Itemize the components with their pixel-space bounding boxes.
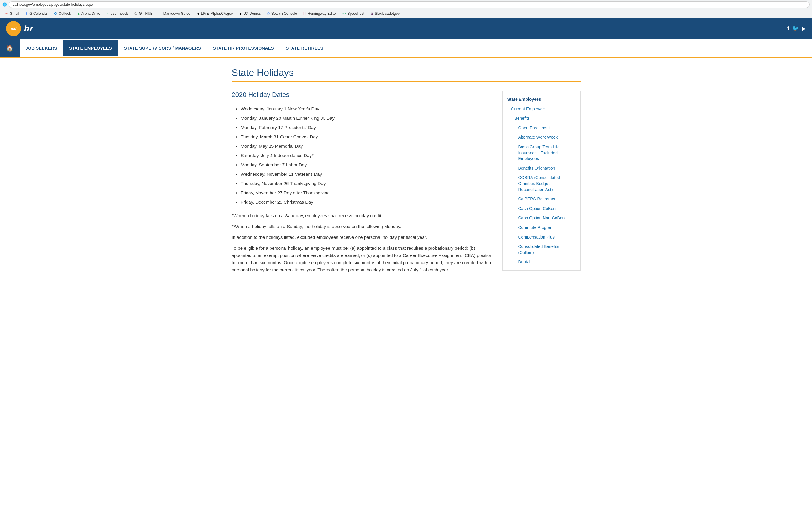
sidebar-item-current-employee[interactable]: Current Employee bbox=[503, 104, 580, 114]
note-text: **When a holiday falls on a Sunday, the … bbox=[232, 223, 493, 230]
bookmark-label-slack: Slack-cadotgov bbox=[375, 11, 400, 16]
bookmark-icon-userneeds: + bbox=[106, 11, 110, 16]
bookmark-slack[interactable]: ▦Slack-cadotgov bbox=[368, 10, 402, 17]
page-title-underline bbox=[232, 81, 581, 82]
note-text: To be eligible for a personal holiday, a… bbox=[232, 245, 493, 273]
sidebar-item-calpers[interactable]: CalPERS Retirement bbox=[503, 194, 580, 204]
holiday-item: Monday, January 20 Martin Luther King Jr… bbox=[241, 114, 493, 122]
bookmark-icon-hemingway: H bbox=[302, 11, 307, 16]
bookmark-live[interactable]: ◆LIVE- Alpha.CA.gov bbox=[194, 10, 235, 17]
bookmark-icon-live: ◆ bbox=[196, 11, 200, 16]
bookmark-icon-speedtest: <> bbox=[342, 11, 346, 16]
bookmark-label-markdown: Markdown Guide bbox=[163, 11, 191, 16]
bookmark-label-gcalendar: G Calendar bbox=[29, 11, 48, 16]
content-layout: 2020 Holiday Dates Wednesday, January 1 … bbox=[232, 91, 581, 277]
bookmark-label-userneeds: user needs bbox=[111, 11, 128, 16]
nav-item-state-employees[interactable]: STATE EMPLOYEES bbox=[63, 40, 118, 56]
bookmark-label-gmail: Gmail bbox=[10, 11, 19, 16]
page-title: State Holidays bbox=[232, 67, 581, 78]
nav-item-retirees[interactable]: STATE RETIREES bbox=[280, 40, 329, 56]
nav-item-hr-professionals[interactable]: STATE HR PROFESSIONALS bbox=[207, 40, 280, 56]
holiday-item: Wednesday, November 11 Veterans Day bbox=[241, 170, 493, 178]
holiday-item: Friday, November 27 Day after Thanksgivi… bbox=[241, 189, 493, 197]
bookmark-uxdemos[interactable]: ◆UX Demos bbox=[236, 10, 263, 17]
bookmark-searchconsole[interactable]: ⬡Search Console bbox=[264, 10, 299, 17]
bookmark-icon-searchconsole: ⬡ bbox=[266, 11, 270, 16]
holiday-item: Monday, May 25 Memorial Day bbox=[241, 142, 493, 150]
bookmark-gcalendar[interactable]: 3G Calendar bbox=[22, 10, 50, 17]
home-icon: 🏠 bbox=[6, 45, 13, 52]
bookmark-userneeds[interactable]: +user needs bbox=[104, 10, 130, 17]
nav-home-button[interactable]: 🏠 bbox=[0, 39, 20, 57]
browser-favicon: 🌐 bbox=[2, 2, 7, 7]
bookmark-github[interactable]: ⬡GITHUB bbox=[132, 10, 154, 17]
bookmark-label-hemingway: Hemingway Editor bbox=[308, 11, 337, 16]
bookmark-label-live: LIVE- Alpha.CA.gov bbox=[201, 11, 233, 16]
youtube-icon[interactable]: ▶ bbox=[802, 25, 806, 32]
holiday-item: Friday, December 25 Christmas Day bbox=[241, 198, 493, 206]
sidebar: State EmployeesCurrent EmployeeBenefitsO… bbox=[502, 91, 581, 271]
bookmark-label-github: GITHUB bbox=[139, 11, 152, 16]
sidebar-item-cobra[interactable]: COBRA (Consolidated Omnibus Budget Recon… bbox=[503, 173, 580, 194]
bookmark-gmail[interactable]: ✉Gmail bbox=[2, 10, 21, 17]
bookmark-label-alphadrive: Alpha Drive bbox=[82, 11, 100, 16]
bookmark-icon-outlook: O bbox=[54, 11, 58, 16]
site-logo: cal hr bbox=[6, 21, 34, 36]
note-text: *When a holiday falls on a Saturday, emp… bbox=[232, 212, 493, 219]
sidebar-item-consolidated-benefits[interactable]: Consolidated Benefits (CoBen) bbox=[503, 242, 580, 257]
page-container: State Holidays 2020 Holiday Dates Wednes… bbox=[226, 58, 586, 286]
holiday-item: Thursday, November 26 Thanksgiving Day bbox=[241, 179, 493, 187]
bookmark-hemingway[interactable]: HHemingway Editor bbox=[300, 10, 339, 17]
holiday-item: Monday, February 17 Presidents' Day bbox=[241, 124, 493, 132]
site-header-text: hr bbox=[24, 24, 34, 33]
notes-section: *When a holiday falls on a Saturday, emp… bbox=[232, 212, 493, 273]
note-text: In addition to the holidays listed, excl… bbox=[232, 234, 493, 241]
holiday-item: Saturday, July 4 Independence Day* bbox=[241, 151, 493, 160]
main-content: 2020 Holiday Dates Wednesday, January 1 … bbox=[232, 91, 493, 277]
bookmark-icon-alphadrive: ▲ bbox=[76, 11, 81, 16]
bookmark-icon-github: ⬡ bbox=[134, 11, 138, 16]
sidebar-item-benefits[interactable]: Benefits bbox=[503, 114, 580, 124]
bookmark-label-searchconsole: Search Console bbox=[271, 11, 297, 16]
nav-item-job-seekers[interactable]: JOB SEEKERS bbox=[20, 40, 63, 56]
holiday-item: Tuesday, March 31 Cesar Chavez Day bbox=[241, 133, 493, 141]
url-bar[interactable]: calhr.ca.gov/employees/pages/state-holid… bbox=[9, 1, 810, 8]
bookmark-outlook[interactable]: OOutlook bbox=[51, 10, 73, 17]
bookmark-label-uxdemos: UX Demos bbox=[243, 11, 261, 16]
section-title: 2020 Holiday Dates bbox=[232, 91, 493, 99]
bookmark-icon-gmail: ✉ bbox=[4, 11, 9, 16]
holiday-item: Wednesday, January 1 New Year's Day bbox=[241, 105, 493, 113]
bookmark-icon-uxdemos: ◆ bbox=[238, 11, 242, 16]
bookmark-markdown[interactable]: ≡Markdown Guide bbox=[156, 10, 193, 17]
bookmark-icon-gcalendar: 3 bbox=[24, 11, 29, 16]
bookmarks-bar: ✉Gmail3G CalendarOOutlook▲Alpha Drive+us… bbox=[0, 9, 812, 18]
logo-circle: cal bbox=[6, 21, 21, 36]
bookmark-alphadrive[interactable]: ▲Alpha Drive bbox=[74, 10, 102, 17]
twitter-icon[interactable]: 🐦 bbox=[792, 25, 799, 32]
sidebar-item-commute-program[interactable]: Commute Program bbox=[503, 223, 580, 233]
sidebar-item-dental[interactable]: Dental bbox=[503, 257, 580, 267]
social-icons: f 🐦 ▶ bbox=[787, 25, 806, 32]
sidebar-item-alternate-work-week[interactable]: Alternate Work Week bbox=[503, 133, 580, 142]
holiday-item: Monday, September 7 Labor Day bbox=[241, 161, 493, 169]
facebook-icon[interactable]: f bbox=[787, 26, 789, 32]
main-nav: 🏠 JOB SEEKERS STATE EMPLOYEES STATE SUPE… bbox=[0, 39, 812, 58]
sidebar-item-state-employees[interactable]: State Employees bbox=[503, 95, 580, 104]
bookmark-label-speedtest: SpeedTest bbox=[347, 11, 365, 16]
bookmark-speedtest[interactable]: <>SpeedTest bbox=[340, 10, 367, 17]
nav-item-supervisors[interactable]: STATE SUPERVISORS / MANAGERS bbox=[118, 40, 207, 56]
sidebar-nav: State EmployeesCurrent EmployeeBenefitsO… bbox=[503, 91, 580, 271]
sidebar-item-open-enrollment[interactable]: Open Enrollment bbox=[503, 124, 580, 133]
bookmark-icon-slack: ▦ bbox=[370, 11, 374, 16]
sidebar-item-cash-option-non-coben[interactable]: Cash Option Non-CoBen bbox=[503, 213, 580, 223]
bookmark-icon-markdown: ≡ bbox=[158, 11, 162, 16]
bookmark-label-outlook: Outlook bbox=[59, 11, 71, 16]
browser-bar: 🌐 calhr.ca.gov/employees/pages/state-hol… bbox=[0, 0, 812, 9]
sidebar-item-compensation-plus[interactable]: Compensation Plus bbox=[503, 233, 580, 242]
site-header: cal hr f 🐦 ▶ bbox=[0, 18, 812, 39]
sidebar-item-cash-option-coben[interactable]: Cash Option CoBen bbox=[503, 204, 580, 214]
sidebar-item-basic-group-term[interactable]: Basic Group Term Life Insurance - Exclud… bbox=[503, 142, 580, 164]
holiday-list: Wednesday, January 1 New Year's DayMonda… bbox=[241, 105, 493, 206]
sidebar-item-benefits-orientation[interactable]: Benefits Orientation bbox=[503, 164, 580, 173]
